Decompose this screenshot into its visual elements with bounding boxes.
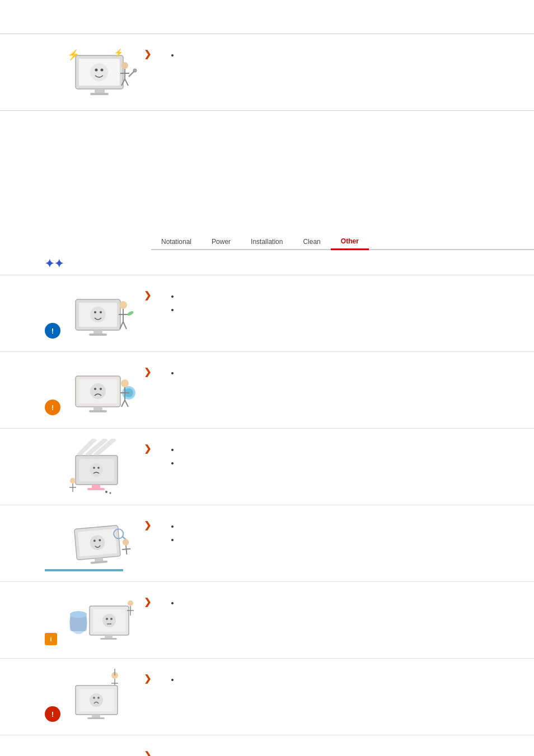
section-5-image: ❯ i (45, 592, 157, 648)
svg-point-3 (95, 69, 98, 72)
section-row-1: ❯ ! (0, 275, 534, 352)
svg-point-57 (110, 492, 111, 494)
svg-point-2 (90, 63, 108, 81)
section-3-bullets (168, 444, 489, 468)
section-6-bullet-1 (179, 674, 489, 684)
troubleshoot-spark-icon: ✦✦ (45, 257, 534, 270)
svg-point-92 (90, 693, 103, 707)
section-1-bullet-2 (179, 304, 489, 314)
svg-rect-21 (93, 330, 102, 334)
section-5-illustration (64, 592, 137, 648)
svg-point-23 (119, 301, 127, 309)
svg-point-75 (102, 614, 116, 627)
section-4-illustration (64, 515, 137, 571)
section-2-icon: ! (45, 400, 60, 415)
section-4-content (157, 515, 489, 548)
svg-point-9 (121, 62, 128, 69)
section-5-icon: i (45, 633, 57, 645)
section-4-image: ❯ (45, 515, 157, 571)
svg-point-19 (94, 311, 96, 313)
section-row-7: ❯ (0, 735, 534, 756)
section-row-3: ❯ (0, 429, 534, 505)
svg-point-77 (110, 618, 113, 620)
section-4-bullets (168, 521, 489, 544)
tab-installation[interactable]: Installation (241, 234, 293, 250)
section-2-content (157, 362, 489, 381)
svg-rect-34 (93, 407, 102, 411)
svg-point-18 (90, 307, 106, 322)
top-section: ⚡ ⚡ ❯ (0, 34, 534, 111)
section-row-5: ❯ i (0, 582, 534, 659)
svg-rect-51 (92, 485, 100, 489)
svg-point-56 (105, 491, 107, 493)
section-3-image: ❯ (45, 439, 157, 495)
section-7-illustration (64, 745, 137, 756)
section-1-illustration (64, 285, 137, 341)
section-4-bullet-1 (179, 521, 489, 531)
section-1-arrow: ❯ (144, 290, 151, 300)
svg-line-13 (125, 79, 128, 86)
top-content-col (157, 44, 489, 63)
section-1-content (157, 285, 489, 318)
svg-point-49 (93, 467, 95, 469)
section-3-content (157, 439, 489, 471)
section-2-illustration (64, 362, 137, 418)
svg-point-93 (93, 697, 95, 699)
section-6-image: ❯ ! (45, 669, 157, 725)
svg-point-81 (128, 600, 133, 606)
svg-rect-22 (89, 334, 107, 336)
top-bullet-list (168, 50, 489, 60)
svg-line-41 (121, 400, 125, 407)
svg-line-27 (123, 322, 127, 329)
section-row-2: ❯ ! (0, 352, 534, 429)
section-5-arrow: ❯ (144, 597, 151, 607)
svg-rect-5 (95, 89, 105, 93)
section-5-bullet-1 (179, 598, 489, 608)
svg-point-28 (127, 310, 134, 316)
section-6-icon: ! (45, 706, 60, 722)
top-bullet-item (179, 50, 489, 60)
svg-point-36 (121, 379, 129, 387)
svg-rect-6 (90, 93, 109, 95)
svg-point-33 (100, 388, 102, 390)
section-2-arrow: ❯ (144, 367, 151, 377)
svg-point-50 (97, 467, 100, 469)
svg-rect-35 (89, 410, 107, 412)
section-6-arrow: ❯ (144, 673, 151, 684)
section-3-illustration (64, 439, 137, 495)
section-2-image: ❯ ! (45, 362, 157, 418)
svg-line-68 (126, 546, 127, 555)
svg-point-72 (70, 611, 87, 618)
top-image-col: ⚡ ⚡ ❯ (45, 44, 157, 100)
section-5-bullets (168, 598, 489, 608)
section-2-bullets (168, 368, 489, 378)
svg-rect-96 (87, 717, 105, 719)
top-monitor-illustration: ⚡ ⚡ (64, 44, 137, 100)
svg-line-14 (129, 71, 134, 77)
section-5-content (157, 592, 489, 611)
section-row-4: ❯ (0, 505, 534, 582)
section-6-illustration (64, 669, 137, 725)
section-7-arrow: ❯ (144, 750, 151, 756)
tab-other[interactable]: Other (331, 234, 369, 250)
svg-point-76 (106, 618, 108, 620)
top-arrow-icon: ❯ (144, 49, 151, 59)
svg-text:⚡: ⚡ (67, 49, 80, 61)
tab-notational[interactable]: Notational (151, 234, 202, 250)
svg-point-53 (70, 478, 76, 483)
svg-point-94 (97, 697, 100, 699)
tab-power[interactable]: Power (202, 234, 241, 250)
section-1-icon: ! (45, 323, 60, 339)
section-6-content (157, 669, 489, 688)
tab-clean[interactable]: Clean (293, 234, 330, 250)
svg-text:⚡: ⚡ (114, 48, 124, 58)
svg-point-48 (90, 463, 103, 477)
section-4-bullet-2 (179, 534, 489, 544)
section-1-bullet-1 (179, 291, 489, 301)
section-2-bullet-1 (179, 368, 489, 378)
section-3-bullet-1 (179, 444, 489, 454)
section-1-bullets (168, 291, 489, 314)
section-1-image: ❯ ! (45, 285, 157, 341)
nav-tabs-bar: Notational Power Installation Clean Othe… (151, 234, 534, 250)
page-container: ⚡ ⚡ ❯ Notational Power Installation (0, 34, 534, 756)
